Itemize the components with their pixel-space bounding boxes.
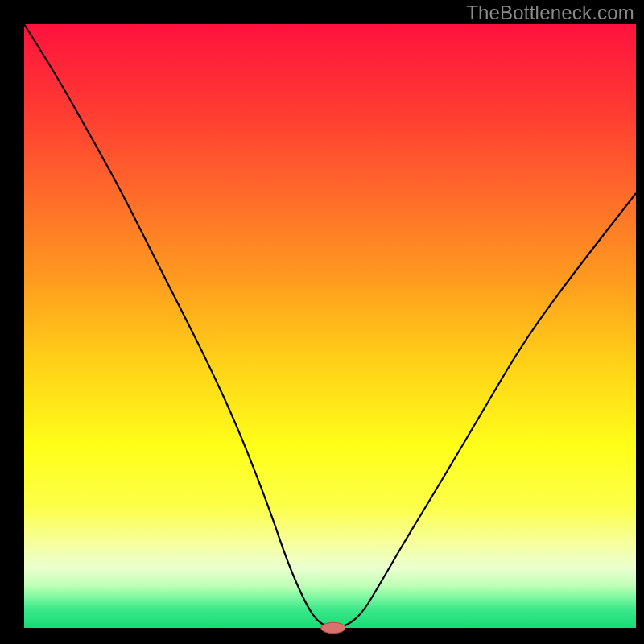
watermark-text: TheBottleneck.com <box>466 2 634 24</box>
chart-frame: TheBottleneck.com <box>0 0 644 644</box>
bottleneck-chart <box>0 0 644 644</box>
plot-background <box>24 24 636 628</box>
optimal-marker <box>321 622 345 634</box>
